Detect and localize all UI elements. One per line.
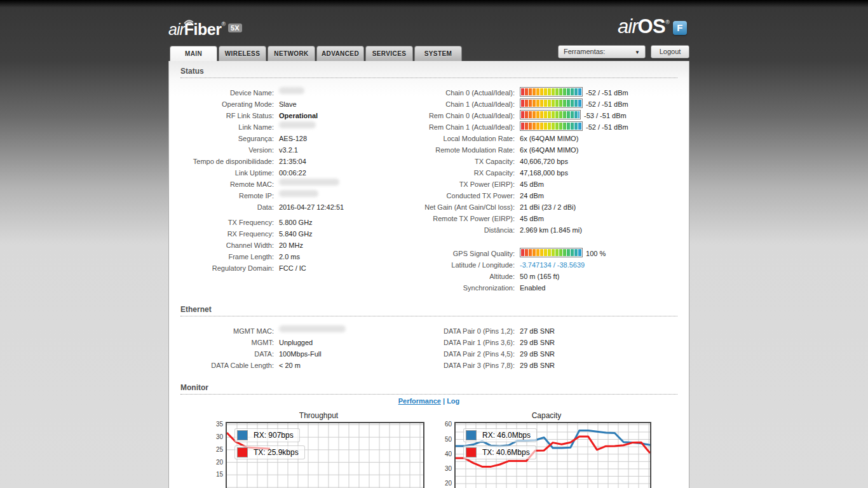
tab-system[interactable]: SYSTEM <box>414 46 462 61</box>
redacted-value <box>279 190 318 197</box>
row-label: Regulatory Domain: <box>180 262 279 274</box>
row-value: 21 dBi (23 / 2 dBi) <box>520 201 576 213</box>
info-row: Remote MAC: <box>180 179 421 190</box>
row-label: DATA Pair 3 (Pins 7,8): <box>421 360 520 371</box>
row-label: Segurança: <box>180 133 279 144</box>
row-value: 100Mbps-Full <box>279 348 322 360</box>
row-value: 45 dBm <box>520 213 544 224</box>
row-value: -52 / -51 dBm <box>586 121 628 133</box>
tab-advanced[interactable]: ADVANCED <box>316 46 364 61</box>
tab-wireless[interactable]: WIRELESS <box>219 46 266 61</box>
row-label: MGMT MAC: <box>180 325 279 337</box>
info-row: Net Gain (Ant Gain/Cbl loss):21 dBi (23 … <box>421 201 677 213</box>
info-row: TX Capacity:40,606,720 bps <box>421 156 677 167</box>
row-label: RX Frequency: <box>180 228 279 240</box>
info-row: MGMT:Unplugged <box>180 337 421 348</box>
row-value: 40,606,720 bps <box>520 156 568 167</box>
signal-arcs-icon <box>182 16 196 25</box>
monitor-charts: Throughput3530252015RX: 907bpsTX: 25.9kb… <box>169 411 689 487</box>
redacted-value <box>279 87 304 94</box>
info-row: Frame Length:2.0 ms <box>180 251 421 262</box>
row-value: -52 / -51 dBm <box>586 98 628 110</box>
status-section: Device Name:Operating Mode:SlaveRF Link … <box>169 78 689 294</box>
chevron-down-icon: ▼ <box>635 46 640 58</box>
legend-label: RX: 907bps <box>254 431 294 440</box>
row-value: 100 % <box>586 248 606 259</box>
legend-swatch <box>237 447 248 458</box>
info-row: Link Uptime:00:06:22 <box>180 167 421 179</box>
row-label: Rem Chain 1 (Actual/Ideal): <box>421 121 520 133</box>
row-value: 29 dB SNR <box>520 348 555 360</box>
info-row: Link Name: <box>180 121 421 133</box>
row-value: 29 dB SNR <box>520 337 555 348</box>
row-label: TX Frequency: <box>180 217 279 228</box>
row-label: TX Capacity: <box>421 156 520 167</box>
info-row: Operating Mode:Slave <box>180 98 421 110</box>
tools-dropdown[interactable]: Ferramentas: ▼ <box>558 45 646 58</box>
log-link[interactable]: Log <box>447 397 459 405</box>
row-label: DATA Pair 0 (Pins 1,2): <box>421 325 520 337</box>
info-row: Rem Chain 1 (Actual/Ideal):-52 / -51 dBm <box>421 121 677 133</box>
legend-label: TX: 40.6Mbps <box>482 448 530 457</box>
info-row: Remote Modulation Rate:6x (64QAM MIMO) <box>421 144 677 156</box>
monitor-section-heading: Monitor <box>180 383 677 395</box>
airfiber-f-badge: F <box>673 21 687 35</box>
row-label: Distância: <box>421 224 520 236</box>
row-value: 5.840 GHz <box>279 228 313 240</box>
row-label: Tempo de disponibilidade: <box>180 156 279 167</box>
row-label: TX Power (EIRP): <box>421 179 520 190</box>
row-value: 5.800 GHz <box>279 217 313 228</box>
info-row: DATA Pair 2 (Pins 4,5):29 dB SNR <box>421 348 677 360</box>
legend-item-tx: TX: 25.9kbps <box>234 445 305 459</box>
row-label: Link Uptime: <box>180 167 279 179</box>
row-label: GPS Signal Quality: <box>421 248 520 259</box>
logout-button[interactable]: Logout <box>651 45 689 58</box>
performance-link[interactable]: Performance <box>398 397 441 405</box>
tab-main[interactable]: MAIN <box>170 46 217 61</box>
info-row: Tempo de disponibilidade:21:35:04 <box>180 156 421 167</box>
info-row: Chain 1 (Actual/Ideal):-52 / -51 dBm <box>421 98 677 110</box>
signal-quality-bar <box>520 98 583 108</box>
chart-throughput: Throughput3530252015RX: 907bpsTX: 25.9kb… <box>210 411 427 488</box>
chart-capacity: Capacity6050403020RX: 46.0MbpsTX: 40.6Mb… <box>439 411 654 488</box>
info-row: Data:2016-04-27 12:42:51 <box>180 201 421 213</box>
row-label: Remote Modulation Rate: <box>421 144 520 156</box>
row-label: DATA: <box>180 348 279 360</box>
info-row: Segurança:AES-128 <box>180 133 421 144</box>
redacted-value <box>279 325 346 332</box>
info-row: Channel Width:20 MHz <box>180 240 421 251</box>
registered-mark: ® <box>221 21 226 27</box>
info-row: Remote IP: <box>180 190 421 201</box>
ethernet-section-heading: Ethernet <box>180 305 677 316</box>
coordinates-link[interactable]: -3.747134 / -38.5639 <box>520 259 585 271</box>
row-value: 45 dBm <box>520 179 544 190</box>
row-value: Unplugged <box>279 337 313 348</box>
row-label: RX Capacity: <box>421 167 520 179</box>
model-badge: 5X <box>228 24 241 32</box>
row-value: -52 / -51 dBm <box>586 87 628 98</box>
tab-network[interactable]: NETWORK <box>268 46 315 61</box>
info-row: Synchronization:Enabled <box>421 282 677 294</box>
info-row: RF Link Status:Operational <box>180 110 421 121</box>
info-row: DATA Pair 1 (Pins 3,6):29 dB SNR <box>421 337 677 348</box>
row-label: Operating Mode: <box>180 98 279 110</box>
tools-dropdown-label: Ferramentas: <box>564 48 605 55</box>
tab-services[interactable]: SERVICES <box>365 46 413 61</box>
legend-item-rx: RX: 46.0Mbps <box>463 428 537 442</box>
info-row: Chain 0 (Actual/Ideal):-52 / -51 dBm <box>421 87 677 98</box>
chart-legend: RX: 907bpsTX: 25.9kbps <box>234 428 305 463</box>
row-value: 2.0 ms <box>279 251 300 262</box>
status-right-column: Chain 0 (Actual/Ideal):-52 / -51 dBmChai… <box>421 87 677 294</box>
ethernet-section: MGMT MAC:MGMT:UnpluggedDATA:100Mbps-Full… <box>169 316 689 371</box>
airfiber-logo: airFiber®5X <box>168 20 242 39</box>
info-row: DATA Pair 0 (Pins 1,2):27 dB SNR <box>421 325 677 337</box>
info-row: Rem Chain 0 (Actual/Ideal):-53 / -51 dBm <box>421 110 677 121</box>
status-left-column: Device Name:Operating Mode:SlaveRF Link … <box>180 87 421 294</box>
row-label: Remote TX Power (EIRP): <box>421 213 520 224</box>
info-row: Version:v3.2.1 <box>180 144 421 156</box>
row-label: MGMT: <box>180 337 279 348</box>
content-card: Status Device Name:Operating Mode:SlaveR… <box>168 61 689 488</box>
info-row: Local Modulation Rate:6x (64QAM MIMO) <box>421 133 677 144</box>
legend-swatch <box>237 430 248 440</box>
row-label: Version: <box>180 144 279 156</box>
